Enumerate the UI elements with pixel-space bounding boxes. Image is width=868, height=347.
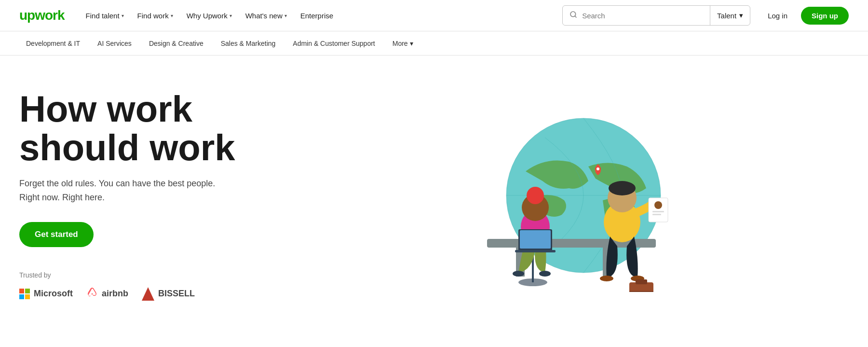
- sec-nav-more-chevron-icon: ▾: [410, 40, 413, 47]
- nav-find-talent-label: Find talent: [86, 12, 120, 20]
- sec-nav-sales-marketing[interactable]: Sales & Marketing: [214, 36, 283, 51]
- nav-enterprise[interactable]: Enterprise: [295, 8, 339, 24]
- airbnb-icon: [86, 287, 98, 301]
- trusted-label: Trusted by: [19, 271, 309, 279]
- svg-point-6: [597, 167, 599, 170]
- hero-title-line2: should work: [19, 128, 309, 167]
- svg-rect-19: [520, 230, 551, 249]
- nav-actions: Log in Sign up: [758, 7, 849, 25]
- login-button[interactable]: Log in: [758, 8, 797, 24]
- hero-right: [309, 84, 849, 306]
- search-icon: [570, 11, 577, 20]
- nav-whats-new-label: What's new: [245, 12, 283, 20]
- hero-title: How work should work: [19, 90, 309, 167]
- hero-left: How work should work Forget the old rule…: [19, 90, 309, 301]
- hero-illustration: [458, 99, 699, 292]
- top-navigation: upwork Find talent ▾ Find work ▾ Why Upw…: [0, 0, 868, 31]
- search-wrapper: Talent ▾: [562, 5, 750, 26]
- sec-nav-admin-support[interactable]: Admin & Customer Support: [286, 36, 381, 51]
- bissell-logo: BISSELL: [142, 287, 195, 301]
- signup-button[interactable]: Sign up: [801, 7, 849, 25]
- nav-find-work-chevron: ▾: [171, 13, 173, 18]
- sec-nav-design-creative[interactable]: Design & Creative: [142, 36, 210, 51]
- nav-find-talent-chevron: ▾: [122, 13, 124, 18]
- nav-links: Find talent ▾ Find work ▾ Why Upwork ▾ W…: [80, 8, 563, 24]
- search-input[interactable]: [582, 12, 703, 20]
- search-inner: [563, 11, 710, 20]
- trusted-logos: Microsoft airbnb BISSELL: [19, 287, 309, 301]
- nav-whats-new[interactable]: What's new ▾: [240, 8, 293, 24]
- talent-chevron-icon: ▾: [739, 11, 743, 20]
- nav-whats-new-chevron: ▾: [285, 13, 287, 18]
- svg-point-14: [513, 271, 524, 277]
- talent-label: Talent: [717, 12, 736, 20]
- upwork-logo[interactable]: upwork: [19, 8, 65, 23]
- hero-subtitle: Forget the old rules. You can have the b…: [19, 177, 309, 205]
- nav-enterprise-label: Enterprise: [300, 12, 333, 20]
- svg-point-15: [539, 271, 551, 277]
- secondary-navigation: Development & IT AI Services Design & Cr…: [0, 31, 868, 56]
- microsoft-logo: Microsoft: [19, 289, 73, 299]
- nav-find-work-label: Find work: [137, 12, 169, 20]
- svg-point-17: [527, 187, 544, 204]
- nav-find-work[interactable]: Find work ▾: [132, 8, 179, 24]
- svg-rect-20: [515, 250, 556, 252]
- microsoft-text: Microsoft: [34, 289, 73, 299]
- microsoft-icon: [19, 289, 30, 299]
- airbnb-logo: airbnb: [86, 287, 128, 301]
- sec-nav-ai-services[interactable]: AI Services: [91, 36, 138, 51]
- svg-rect-29: [652, 214, 661, 215]
- sec-nav-more-label: More: [393, 40, 408, 47]
- sec-nav-more[interactable]: More ▾: [386, 36, 420, 51]
- hero-title-line1: How work: [19, 90, 309, 128]
- svg-rect-28: [652, 211, 664, 212]
- hero-section: How work should work Forget the old rule…: [0, 56, 868, 326]
- svg-point-27: [654, 201, 662, 209]
- bissell-icon: [142, 287, 154, 301]
- svg-point-25: [609, 181, 636, 195]
- hero-subtitle-line1: Forget the old rules. You can have the b…: [19, 179, 215, 188]
- trusted-section: Trusted by Microsoft: [19, 271, 309, 301]
- bissell-text: BISSELL: [158, 289, 195, 299]
- nav-find-talent[interactable]: Find talent ▾: [80, 8, 130, 24]
- airbnb-text: airbnb: [102, 289, 128, 299]
- nav-why-upwork-chevron: ▾: [230, 13, 232, 18]
- talent-dropdown-button[interactable]: Talent ▾: [710, 6, 750, 25]
- sec-nav-dev-it[interactable]: Development & IT: [19, 36, 87, 51]
- hero-subtitle-line2: Right now. Right here.: [19, 193, 105, 202]
- svg-line-1: [575, 16, 576, 17]
- nav-why-upwork[interactable]: Why Upwork ▾: [181, 8, 238, 24]
- svg-point-22: [600, 276, 613, 281]
- nav-why-upwork-label: Why Upwork: [187, 12, 228, 20]
- get-started-button[interactable]: Get started: [19, 222, 94, 247]
- svg-rect-31: [636, 279, 647, 284]
